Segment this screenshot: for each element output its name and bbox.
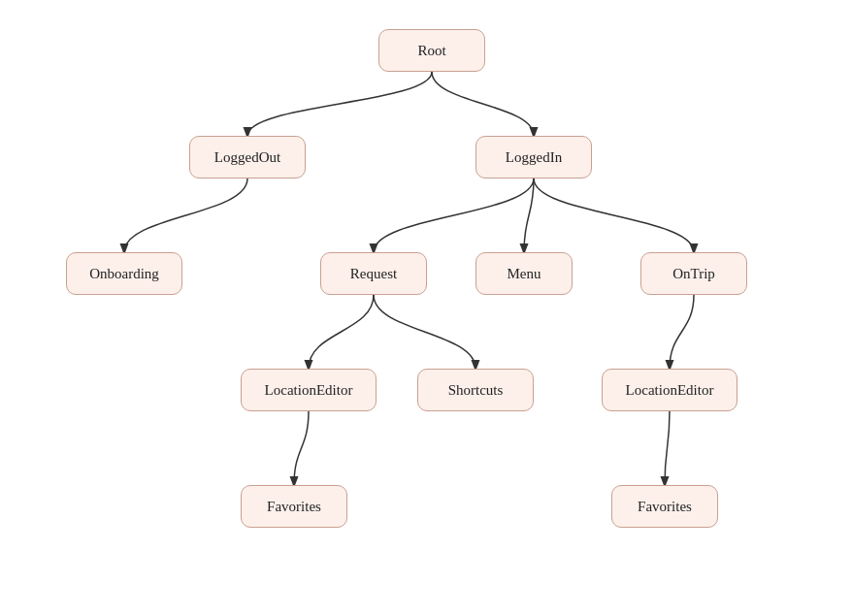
node-label-ontrip: OnTrip xyxy=(672,266,715,282)
node-locationeditor2: LocationEditor xyxy=(602,369,737,411)
node-menu: Menu xyxy=(475,252,573,295)
node-label-menu: Menu xyxy=(508,266,541,282)
node-label-request: Request xyxy=(350,266,397,282)
node-label-favorites1: Favorites xyxy=(267,499,321,515)
node-root: Root xyxy=(378,29,485,72)
node-ontrip: OnTrip xyxy=(640,252,747,295)
node-label-loggedin: LoggedIn xyxy=(506,149,562,166)
node-loggedin: LoggedIn xyxy=(475,136,592,178)
node-label-loggedout: LoggedOut xyxy=(214,149,280,166)
node-locationeditor1: LocationEditor xyxy=(241,369,377,411)
node-favorites1: Favorites xyxy=(241,485,347,528)
node-label-locationeditor1: LocationEditor xyxy=(265,382,353,399)
node-label-shortcuts: Shortcuts xyxy=(448,382,504,399)
node-shortcuts: Shortcuts xyxy=(417,369,534,411)
node-favorites2: Favorites xyxy=(611,485,718,528)
connections-svg xyxy=(0,0,852,616)
node-request: Request xyxy=(320,252,427,295)
diagram: RootLoggedOutLoggedInOnboardingRequestMe… xyxy=(0,0,852,616)
node-onboarding: Onboarding xyxy=(66,252,182,295)
node-label-locationeditor2: LocationEditor xyxy=(626,382,714,399)
node-loggedout: LoggedOut xyxy=(189,136,306,178)
node-label-onboarding: Onboarding xyxy=(89,266,159,282)
node-label-root: Root xyxy=(417,43,445,59)
node-label-favorites2: Favorites xyxy=(638,499,692,515)
